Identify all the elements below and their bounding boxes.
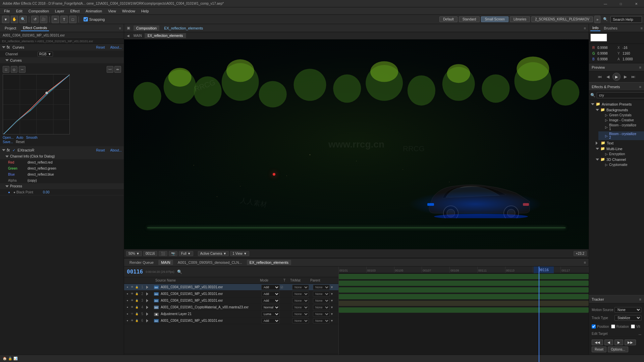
tl-tab-main[interactable]: MAIN bbox=[158, 260, 173, 265]
layer-6-parent-select[interactable]: None bbox=[313, 318, 330, 323]
extractor-title[interactable]: fx ✓ EXtractoR Reset About... bbox=[0, 147, 124, 154]
curve-tool-1[interactable]: □ bbox=[3, 66, 9, 73]
tool-pen[interactable]: ✏ bbox=[52, 16, 59, 23]
layer-1-parent-select[interactable]: None bbox=[313, 285, 330, 290]
layer-5-parent[interactable]: None ▼ bbox=[312, 311, 338, 317]
workspace-kirill[interactable]: 2_SCREENS_KIRILL_PLESHAKOV bbox=[531, 16, 593, 22]
minimize-button[interactable]: — bbox=[598, 0, 613, 7]
layer-2-parent[interactable]: None ▼ bbox=[312, 291, 338, 297]
tl-tab-ex[interactable]: EX_reflection_elements bbox=[247, 260, 291, 265]
comp-snapshot-btn[interactable]: 📷 bbox=[169, 251, 177, 256]
track-6-bar[interactable] bbox=[339, 307, 589, 313]
backgrounds-header[interactable]: 📁 Backgrounds bbox=[594, 107, 644, 113]
menu-file[interactable]: File bbox=[1, 8, 13, 14]
layer-6-parent[interactable]: None ▼ bbox=[312, 318, 338, 323]
tool-cam[interactable]: 🎥 bbox=[40, 16, 47, 23]
layer-2-lock[interactable]: 🔒 bbox=[135, 292, 139, 296]
layer-1-trkmat-select[interactable]: None bbox=[292, 285, 309, 290]
motion-source-select[interactable]: None bbox=[614, 307, 641, 313]
layer-3-mode-select[interactable]: Add bbox=[261, 298, 280, 303]
layer-2-trkmat[interactable]: None bbox=[291, 291, 312, 297]
tracker-analyze-next-btn[interactable]: ▶ bbox=[614, 340, 623, 345]
layer-6-trkmat[interactable]: None bbox=[291, 318, 312, 323]
workspace-more[interactable]: » bbox=[594, 16, 600, 23]
comp-back-icon[interactable]: ◀ bbox=[127, 34, 129, 38]
vlt-checkbox[interactable] bbox=[631, 324, 635, 328]
layer-3-trkmat-select[interactable]: None bbox=[292, 298, 309, 303]
search-help-box[interactable] bbox=[610, 16, 642, 23]
menu-effect[interactable]: Effect bbox=[67, 8, 82, 14]
layer-5-parent-select[interactable]: None bbox=[313, 311, 330, 317]
curve-pen[interactable]: ✏ bbox=[114, 66, 121, 73]
tl-panel-menu[interactable]: ≡ bbox=[584, 260, 586, 264]
tab-project[interactable]: Project bbox=[3, 25, 18, 31]
menu-help[interactable]: Help bbox=[139, 8, 152, 14]
tab-effect-controls[interactable]: Effect Controls bbox=[21, 25, 49, 31]
menu-view[interactable]: View bbox=[105, 8, 119, 14]
effect-bloom-1[interactable]: ▷ Bloom - crystallize 1 bbox=[598, 123, 644, 131]
track-3-bar[interactable] bbox=[339, 287, 589, 293]
layer-4-lock[interactable]: 🔒 bbox=[135, 305, 139, 309]
text-header[interactable]: 📁 Text bbox=[594, 140, 644, 146]
preview-last-frame[interactable]: ⏭ bbox=[630, 73, 637, 80]
effects-search-input[interactable] bbox=[597, 92, 644, 98]
menu-layer[interactable]: Layer bbox=[52, 8, 67, 14]
layer-1-vis[interactable]: 👁 bbox=[130, 285, 134, 289]
layer-2-mode-select[interactable]: Add bbox=[261, 291, 280, 297]
extractor-check[interactable]: ✓ bbox=[12, 148, 15, 153]
layer-1-mode[interactable]: Add Normal Multiply Screen ☑ bbox=[261, 285, 285, 290]
layer-2-vis[interactable]: 👁 bbox=[130, 292, 134, 296]
preview-prev-frame[interactable]: ◀ bbox=[604, 73, 611, 80]
preview-next-frame[interactable]: ▶ bbox=[622, 73, 629, 80]
layer-1-solo[interactable]: ● bbox=[125, 285, 129, 289]
layer-1-parent[interactable]: None ▼ bbox=[312, 285, 338, 290]
tool-text[interactable]: T bbox=[60, 16, 68, 23]
extractor-about[interactable]: About... bbox=[110, 148, 122, 152]
layer-6-solo[interactable]: ● bbox=[125, 319, 129, 323]
effects-menu[interactable]: ≡ bbox=[639, 85, 641, 89]
layer-6-vis[interactable]: 👁 bbox=[130, 319, 134, 323]
comp-tab-composition[interactable]: Composition bbox=[133, 25, 159, 31]
track-4-bar[interactable] bbox=[339, 294, 589, 299]
layer-row[interactable]: ● 👁 🔒 6 exr A001_C004_0101W1_MP_v01.0010… bbox=[124, 317, 338, 324]
layer-5-mode-select[interactable]: LumaNormal bbox=[261, 311, 280, 317]
layer-4-solo[interactable]: ● bbox=[125, 305, 129, 309]
curve-tool-2[interactable]: ◇ bbox=[11, 66, 17, 73]
layer-6-trkmat-select[interactable]: None bbox=[292, 318, 309, 323]
tracker-analyze-prev-btn[interactable]: ◀ bbox=[604, 340, 613, 345]
layer-6-expand[interactable] bbox=[146, 319, 150, 322]
effect-cryptomatte[interactable]: ▷ Cryptomatte bbox=[598, 162, 644, 167]
preview-menu[interactable]: ≡ bbox=[639, 65, 641, 69]
layer-5-solo[interactable]: ● bbox=[125, 312, 129, 316]
effect-bloom-2[interactable]: ▷ Bloom - crystallize 2 bbox=[598, 131, 644, 140]
tool-select[interactable]: ▼ bbox=[2, 16, 9, 23]
layer-5-lock[interactable]: 🔒 bbox=[135, 312, 139, 316]
curves-open[interactable]: Open... bbox=[3, 136, 14, 139]
layer-5-trkmat[interactable]: None bbox=[291, 311, 312, 317]
track-5-bar[interactable] bbox=[339, 301, 589, 306]
layer-3-parent-select[interactable]: None bbox=[313, 298, 330, 303]
tool-hand[interactable]: ✋ bbox=[11, 16, 18, 23]
layer-1-lock[interactable]: 🔒 bbox=[135, 285, 139, 289]
layer-6-lock[interactable]: 🔒 bbox=[135, 319, 139, 323]
curve-tool-3[interactable]: ─ bbox=[19, 66, 25, 73]
extractor-reset[interactable]: Reset bbox=[96, 148, 105, 152]
layer-4-expand[interactable] bbox=[146, 306, 150, 309]
layer-2-trkmat-select[interactable]: None bbox=[292, 291, 309, 297]
layer-2-mode[interactable]: Add bbox=[261, 291, 285, 297]
tab-brushes[interactable]: Brushes bbox=[602, 25, 619, 31]
process-title[interactable]: Process bbox=[0, 183, 124, 189]
curves-smooth[interactable]: Smooth bbox=[26, 136, 37, 139]
layer-3-expand[interactable] bbox=[146, 299, 150, 302]
curves-auto[interactable]: Auto bbox=[16, 136, 23, 139]
layer-1-expand[interactable] bbox=[146, 286, 150, 289]
menu-composition[interactable]: Composition bbox=[26, 8, 52, 14]
menu-animation[interactable]: Animation bbox=[83, 8, 105, 14]
comp-view-quality[interactable]: Full ▼ bbox=[179, 251, 193, 256]
layer-5-expand[interactable] bbox=[146, 312, 150, 316]
channel-info-title[interactable]: Channel Info (Click for Dialog) bbox=[0, 154, 124, 159]
effect-image-creative[interactable]: ▷ Image - Creative bbox=[598, 118, 644, 123]
comp-panel-menu[interactable]: ≡ bbox=[584, 26, 586, 30]
layer-2-solo[interactable]: ● bbox=[125, 292, 129, 296]
workspace-standard[interactable]: Standard bbox=[459, 16, 480, 22]
